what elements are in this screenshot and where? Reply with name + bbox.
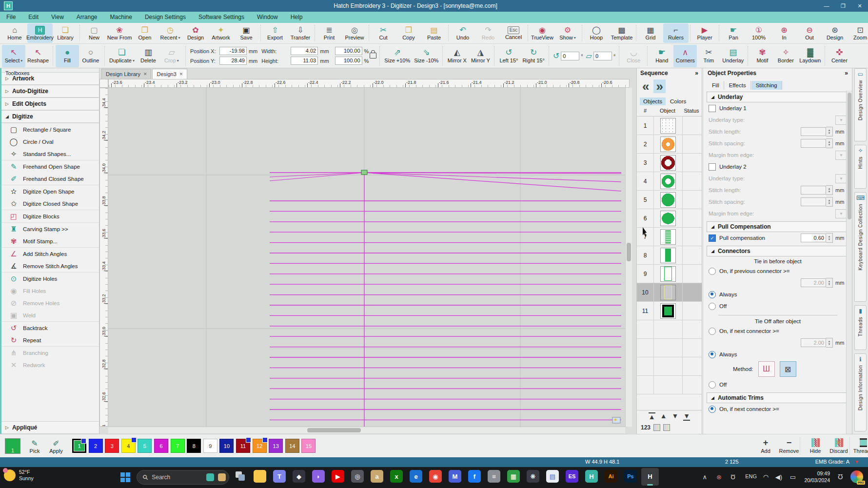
sequence-123-label[interactable]: 123 (641, 424, 651, 431)
paste-button[interactable]: ▤Paste (421, 23, 447, 43)
method-option-2-button[interactable]: ⊠ (780, 361, 796, 377)
new-from-button[interactable]: ❀New From (107, 23, 132, 43)
properties-tab-effects[interactable]: Effects (725, 81, 751, 90)
grid-button[interactable]: ▦Grid (638, 23, 663, 43)
spinner-buttons[interactable]: ▲▼ (826, 338, 833, 348)
tab-design3[interactable]: Design3✕ (152, 69, 187, 79)
menu-item-machine[interactable]: Machine (104, 12, 138, 23)
center-button[interactable]: ✜Center (828, 45, 851, 67)
color-swatch-2[interactable]: 2 (89, 439, 103, 453)
widgets-icon[interactable] (850, 470, 863, 483)
battery-icon[interactable]: ▭ (790, 473, 796, 481)
palette-mini-icon-2[interactable] (663, 424, 670, 431)
dropdown-margin-from-edge[interactable]: ▾ (835, 209, 847, 218)
sequence-next-button[interactable]: » (653, 79, 665, 93)
obs-icon[interactable]: ◎ (351, 470, 364, 483)
spinner-buttons[interactable]: ▲▼ (826, 138, 833, 148)
volume-icon[interactable]: ◀) (775, 473, 782, 481)
trueview-button[interactable]: ◉TrueView (530, 23, 555, 43)
sequence-row-7[interactable]: 7 (637, 228, 702, 246)
maximize-button[interactable]: ❐ (835, 0, 851, 12)
panel-tab-keyboard-design-collection[interactable]: ⌨Keyboard Design Collection (854, 192, 867, 302)
home-button[interactable]: ⌂Home (2, 23, 27, 43)
trim-button[interactable]: ✂Trim (697, 45, 720, 67)
file-explorer-icon[interactable] (254, 470, 266, 483)
xbox-icon[interactable]: x (390, 470, 403, 483)
hatch-active-icon[interactable]: H (644, 470, 656, 483)
rotate-value-input[interactable]: 0 (561, 52, 579, 60)
mirror-y-button[interactable]: ◮Mirror Y (469, 45, 492, 67)
tool-backtrack[interactable]: ↺Backtrack (1, 321, 99, 334)
youtube-icon[interactable]: ▶ (332, 470, 344, 483)
radio-always[interactable] (709, 351, 716, 358)
cut-button[interactable]: ✂Cut (371, 23, 396, 43)
design-button[interactable]: ⊛Design (822, 23, 848, 43)
toolbox-section-digitize[interactable]: ◢Digitize (1, 110, 99, 123)
menu-item-design-settings[interactable]: Design Settings (138, 12, 192, 23)
wifi-icon[interactable]: ◠ (763, 473, 769, 481)
palette-mini-icon[interactable] (653, 424, 660, 431)
clock[interactable]: 09:49 20/03/2024 (804, 470, 830, 484)
canvas-horizontal-scrollbar[interactable] (108, 427, 625, 433)
toolbox-section-applique-row[interactable]: ▷Appliqué (1, 421, 99, 434)
properties-tab-stitching[interactable]: Stitching (751, 81, 782, 90)
chrome-icon[interactable]: ◉ (429, 470, 442, 483)
sequence-row-8[interactable]: 8 (637, 246, 702, 265)
microphone-icon[interactable]: Ʊ (730, 473, 735, 481)
object-thumbnail-rect-gray[interactable] (660, 285, 676, 300)
dropdown-underlay-type[interactable]: ▾ (835, 116, 847, 125)
sequence-row-11[interactable]: 11 (637, 302, 702, 320)
canvas-vertical-scrollbar[interactable] (625, 88, 632, 427)
spinner-buttons[interactable]: ▲▼ (826, 233, 833, 243)
tab-close-icon[interactable]: ✕ (179, 72, 183, 77)
print-button[interactable]: ≣Print (316, 23, 342, 43)
object-thumbnail-circle-green2[interactable] (660, 211, 676, 226)
radio-on-if-previous-connector[interactable] (709, 268, 716, 275)
m365-icon[interactable]: M (449, 470, 461, 483)
color-swatch-9[interactable]: 9 (203, 439, 217, 453)
radio-always[interactable] (709, 291, 716, 298)
skew-value-input[interactable]: 0 (593, 52, 612, 60)
threads-color-button[interactable]: Threads (852, 436, 868, 456)
photos-icon[interactable]: ❋ (527, 470, 539, 483)
mirror-x-button[interactable]: ◭Mirror X (445, 45, 469, 67)
rulers-button[interactable]: ⌐Rulers (663, 23, 689, 43)
dropdown-underlay-type[interactable]: ▾ (835, 174, 847, 183)
tool-digitize-closed-shape[interactable]: ✩Digitize Closed Shape (1, 197, 99, 210)
printer-icon[interactable]: ≡ (488, 470, 500, 483)
sequence-row-3[interactable]: 3 (637, 154, 702, 172)
amazon-icon[interactable]: a (371, 470, 383, 483)
edge-icon[interactable]: e (410, 470, 422, 483)
object-thumbnail-ring-green[interactable] (660, 174, 676, 189)
zoom-button[interactable]: ⊡Zoom (848, 23, 868, 43)
object-thumbnail-bar-striped[interactable] (660, 229, 676, 245)
fill-button[interactable]: ●Fill (56, 45, 79, 67)
embroidery-suite-icon[interactable]: ES (566, 470, 578, 483)
position-x-input[interactable]: -19.98 (219, 47, 247, 55)
section-header-connectors[interactable]: ◢Connectors (707, 246, 849, 256)
start-button[interactable] (120, 472, 130, 482)
radio-on-if-next-connector[interactable] (709, 328, 716, 335)
move-down-button[interactable]: ▼ (672, 412, 679, 421)
tool-digitize-blocks[interactable]: ◰Digitize Blocks (1, 210, 99, 222)
tool-standard-shapes[interactable]: ✧Standard Shapes... (1, 148, 99, 160)
task-view-icon[interactable] (234, 470, 247, 483)
delete-button[interactable]: ▥Delete (137, 45, 160, 67)
width-input[interactable]: 4.02 (291, 47, 318, 55)
undo-button[interactable]: ↶Undo (450, 23, 475, 43)
cancel-button[interactable]: EscCancel (501, 23, 526, 43)
value-input[interactable]: 2.00 (801, 338, 826, 347)
pick-color-button[interactable]: ✎Pick (25, 436, 44, 456)
minimize-button[interactable]: — (818, 0, 835, 12)
design-button[interactable]: ✿Design (183, 23, 208, 43)
search-box[interactable]: ⚲ Search (137, 470, 229, 485)
crop-button[interactable]: ▱Crop▾ (160, 45, 183, 67)
hand-button[interactable]: ☛Hand (650, 45, 673, 67)
object-thumbnail-rect-outline[interactable] (660, 266, 676, 282)
lock-aspect-icon[interactable] (370, 53, 376, 59)
menu-item-arrange[interactable]: Arrange (70, 12, 104, 23)
right-15-button[interactable]: ↻Right 15° (520, 45, 546, 67)
tool-carving-stamp[interactable]: ♜Carving Stamp >> (1, 222, 99, 235)
radio-off[interactable] (709, 381, 716, 389)
value-input[interactable]: 0.60 (801, 234, 826, 242)
